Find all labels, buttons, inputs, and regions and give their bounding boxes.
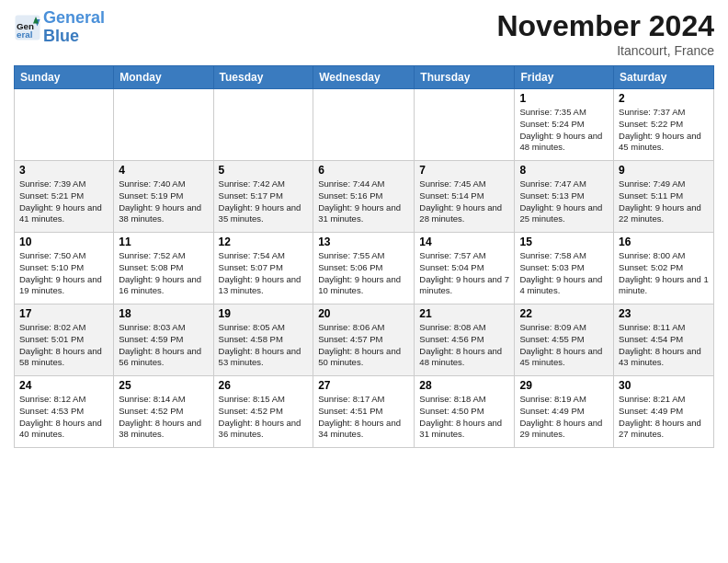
day-info: Sunrise: 7:47 AM Sunset: 5:13 PM Dayligh… xyxy=(519,178,609,225)
day-info: Sunrise: 7:55 AM Sunset: 5:06 PM Dayligh… xyxy=(318,250,409,297)
calendar-cell: 28Sunrise: 8:18 AM Sunset: 4:50 PM Dayli… xyxy=(415,376,515,448)
day-info: Sunrise: 7:35 AM Sunset: 5:24 PM Dayligh… xyxy=(519,107,609,154)
page-header: Gen eral General Blue November 2024 Itan… xyxy=(14,9,714,58)
logo-blue: Blue xyxy=(43,27,79,45)
calendar-cell: 17Sunrise: 8:02 AM Sunset: 5:01 PM Dayli… xyxy=(15,304,114,376)
location-subtitle: Itancourt, France xyxy=(496,43,714,58)
title-block: November 2024 Itancourt, France xyxy=(496,9,714,58)
day-info: Sunrise: 8:11 AM Sunset: 4:54 PM Dayligh… xyxy=(619,322,709,369)
day-number: 12 xyxy=(219,236,309,248)
calendar-week-2: 3Sunrise: 7:39 AM Sunset: 5:21 PM Daylig… xyxy=(15,161,714,233)
calendar-cell: 6Sunrise: 7:44 AM Sunset: 5:16 PM Daylig… xyxy=(313,161,415,233)
day-info: Sunrise: 7:37 AM Sunset: 5:22 PM Dayligh… xyxy=(619,107,709,154)
calendar-cell: 4Sunrise: 7:40 AM Sunset: 5:19 PM Daylig… xyxy=(114,161,213,233)
weekday-header-thursday: Thursday xyxy=(415,66,515,89)
weekday-header-row: SundayMondayTuesdayWednesdayThursdayFrid… xyxy=(15,66,714,89)
day-number: 10 xyxy=(19,236,108,248)
day-number: 15 xyxy=(519,236,609,248)
day-number: 8 xyxy=(519,164,609,177)
day-number: 22 xyxy=(519,307,609,320)
day-number: 7 xyxy=(419,164,509,177)
day-info: Sunrise: 8:21 AM Sunset: 4:49 PM Dayligh… xyxy=(619,394,709,441)
calendar-cell: 11Sunrise: 7:52 AM Sunset: 5:08 PM Dayli… xyxy=(114,233,213,304)
calendar-cell: 13Sunrise: 7:55 AM Sunset: 5:06 PM Dayli… xyxy=(313,233,415,304)
calendar-cell: 23Sunrise: 8:11 AM Sunset: 4:54 PM Dayli… xyxy=(614,304,714,376)
day-number: 30 xyxy=(619,379,709,392)
day-info: Sunrise: 8:17 AM Sunset: 4:51 PM Dayligh… xyxy=(318,394,409,441)
logo-icon: Gen eral xyxy=(14,14,41,41)
day-info: Sunrise: 8:09 AM Sunset: 4:55 PM Dayligh… xyxy=(519,322,609,369)
day-info: Sunrise: 7:44 AM Sunset: 5:16 PM Dayligh… xyxy=(318,178,409,225)
calendar-table: SundayMondayTuesdayWednesdayThursdayFrid… xyxy=(14,65,714,448)
calendar-cell: 29Sunrise: 8:19 AM Sunset: 4:49 PM Dayli… xyxy=(515,376,614,448)
day-info: Sunrise: 8:18 AM Sunset: 4:50 PM Dayligh… xyxy=(419,394,509,441)
weekday-header-friday: Friday xyxy=(515,66,614,89)
calendar-cell: 7Sunrise: 7:45 AM Sunset: 5:14 PM Daylig… xyxy=(415,161,515,233)
calendar-cell: 15Sunrise: 7:58 AM Sunset: 5:03 PM Dayli… xyxy=(515,233,614,304)
calendar-cell: 30Sunrise: 8:21 AM Sunset: 4:49 PM Dayli… xyxy=(614,376,714,448)
calendar-cell xyxy=(213,89,313,161)
day-number: 18 xyxy=(119,307,208,320)
calendar-week-1: 1Sunrise: 7:35 AM Sunset: 5:24 PM Daylig… xyxy=(15,89,714,161)
calendar-cell: 3Sunrise: 7:39 AM Sunset: 5:21 PM Daylig… xyxy=(15,161,114,233)
calendar-cell: 1Sunrise: 7:35 AM Sunset: 5:24 PM Daylig… xyxy=(515,89,614,161)
day-info: Sunrise: 8:02 AM Sunset: 5:01 PM Dayligh… xyxy=(19,322,108,369)
calendar-cell xyxy=(415,89,515,161)
logo-general: General xyxy=(43,8,105,27)
calendar-cell: 27Sunrise: 8:17 AM Sunset: 4:51 PM Dayli… xyxy=(313,376,415,448)
day-number: 11 xyxy=(119,236,208,248)
day-info: Sunrise: 7:42 AM Sunset: 5:17 PM Dayligh… xyxy=(219,178,309,225)
calendar-cell xyxy=(313,89,415,161)
calendar-cell: 22Sunrise: 8:09 AM Sunset: 4:55 PM Dayli… xyxy=(515,304,614,376)
day-number: 29 xyxy=(519,379,609,392)
day-number: 5 xyxy=(219,164,309,177)
day-number: 21 xyxy=(419,307,509,320)
day-number: 26 xyxy=(219,379,309,392)
calendar-cell: 16Sunrise: 8:00 AM Sunset: 5:02 PM Dayli… xyxy=(614,233,714,304)
calendar-cell: 21Sunrise: 8:08 AM Sunset: 4:56 PM Dayli… xyxy=(415,304,515,376)
calendar-cell: 25Sunrise: 8:14 AM Sunset: 4:52 PM Dayli… xyxy=(114,376,213,448)
weekday-header-tuesday: Tuesday xyxy=(213,66,313,89)
calendar-cell: 26Sunrise: 8:15 AM Sunset: 4:52 PM Dayli… xyxy=(213,376,313,448)
day-info: Sunrise: 7:45 AM Sunset: 5:14 PM Dayligh… xyxy=(419,178,509,225)
calendar-cell: 10Sunrise: 7:50 AM Sunset: 5:10 PM Dayli… xyxy=(15,233,114,304)
day-info: Sunrise: 7:54 AM Sunset: 5:07 PM Dayligh… xyxy=(219,250,309,297)
logo: Gen eral General Blue xyxy=(14,9,105,46)
calendar-cell: 20Sunrise: 8:06 AM Sunset: 4:57 PM Dayli… xyxy=(313,304,415,376)
day-number: 25 xyxy=(119,379,208,392)
logo-name: General Blue xyxy=(43,9,105,46)
day-number: 9 xyxy=(619,164,709,177)
day-number: 6 xyxy=(318,164,409,177)
calendar-week-5: 24Sunrise: 8:12 AM Sunset: 4:53 PM Dayli… xyxy=(15,376,714,448)
calendar-cell: 24Sunrise: 8:12 AM Sunset: 4:53 PM Dayli… xyxy=(15,376,114,448)
calendar-week-4: 17Sunrise: 8:02 AM Sunset: 5:01 PM Dayli… xyxy=(15,304,714,376)
weekday-header-sunday: Sunday xyxy=(15,66,114,89)
day-number: 14 xyxy=(419,236,509,248)
day-info: Sunrise: 7:40 AM Sunset: 5:19 PM Dayligh… xyxy=(119,178,208,225)
svg-text:eral: eral xyxy=(17,29,33,39)
day-number: 3 xyxy=(19,164,108,177)
weekday-header-monday: Monday xyxy=(114,66,213,89)
page-container: Gen eral General Blue November 2024 Itan… xyxy=(0,0,728,457)
calendar-cell: 5Sunrise: 7:42 AM Sunset: 5:17 PM Daylig… xyxy=(213,161,313,233)
day-number: 4 xyxy=(119,164,208,177)
calendar-cell xyxy=(15,89,114,161)
day-info: Sunrise: 8:14 AM Sunset: 4:52 PM Dayligh… xyxy=(119,394,208,441)
calendar-cell: 12Sunrise: 7:54 AM Sunset: 5:07 PM Dayli… xyxy=(213,233,313,304)
day-info: Sunrise: 7:57 AM Sunset: 5:04 PM Dayligh… xyxy=(419,250,509,297)
day-info: Sunrise: 8:15 AM Sunset: 4:52 PM Dayligh… xyxy=(219,394,309,441)
calendar-cell: 18Sunrise: 8:03 AM Sunset: 4:59 PM Dayli… xyxy=(114,304,213,376)
day-number: 23 xyxy=(619,307,709,320)
day-number: 20 xyxy=(318,307,409,320)
weekday-header-saturday: Saturday xyxy=(614,66,714,89)
calendar-cell: 19Sunrise: 8:05 AM Sunset: 4:58 PM Dayli… xyxy=(213,304,313,376)
weekday-header-wednesday: Wednesday xyxy=(313,66,415,89)
calendar-cell: 9Sunrise: 7:49 AM Sunset: 5:11 PM Daylig… xyxy=(614,161,714,233)
day-number: 27 xyxy=(318,379,409,392)
day-number: 19 xyxy=(219,307,309,320)
calendar-cell: 8Sunrise: 7:47 AM Sunset: 5:13 PM Daylig… xyxy=(515,161,614,233)
day-number: 13 xyxy=(318,236,409,248)
calendar-cell xyxy=(114,89,213,161)
day-info: Sunrise: 7:50 AM Sunset: 5:10 PM Dayligh… xyxy=(19,250,108,297)
day-info: Sunrise: 8:03 AM Sunset: 4:59 PM Dayligh… xyxy=(119,322,208,369)
